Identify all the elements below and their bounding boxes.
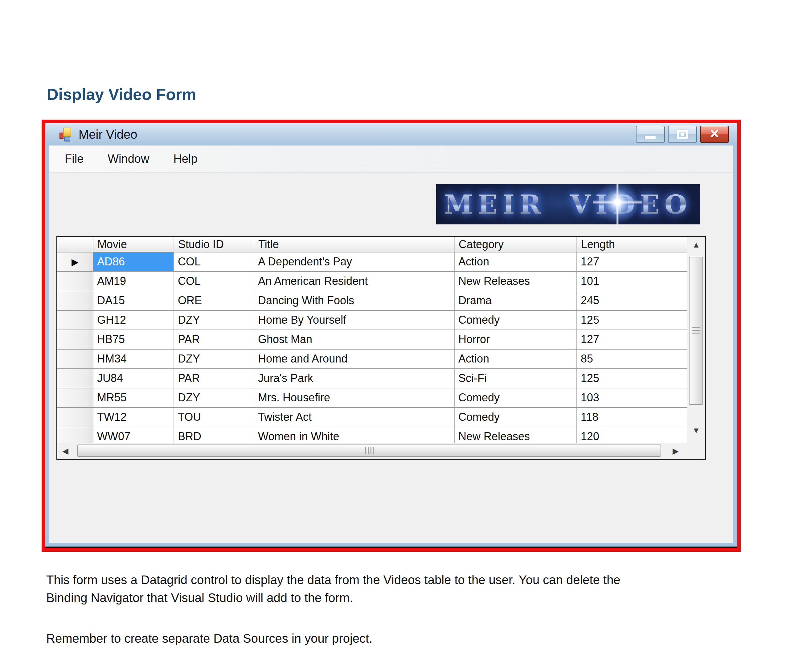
cell-category[interactable]: Comedy [455,408,577,426]
window-controls: ✕ [636,126,729,143]
maximize-button[interactable] [668,126,697,143]
cell-category[interactable]: Horror [455,330,577,349]
column-header-length[interactable]: Length [577,237,687,252]
cell-length[interactable]: 125 [577,369,687,388]
table-row: MR55DZYMrs. HousefireComedy103 [57,389,687,408]
cell-studio-id[interactable]: COL [174,252,254,271]
row-selector[interactable] [57,369,93,388]
cell-studio-id[interactable]: DZY [174,389,254,407]
row-selector[interactable]: ▶ [57,252,93,271]
cell-studio-id[interactable]: BRD [174,427,254,443]
vertical-scrollbar[interactable]: ▲ ▼ [687,237,705,443]
cell-category[interactable]: Action [455,252,577,271]
cell-title[interactable]: Home and Around [254,349,455,368]
cell-movie[interactable]: DA15 [93,291,174,310]
window-title: Meir Video [79,127,137,142]
vertical-scrollbar-thumb[interactable] [689,257,703,405]
table-row: WW07BRDWomen in WhiteNew Releases120 [57,427,687,443]
scroll-left-icon[interactable]: ◀ [62,446,68,456]
cell-category[interactable]: Comedy [455,389,577,407]
column-header-movie[interactable]: Movie [93,237,174,252]
cell-category[interactable]: Drama [455,291,577,310]
row-selector[interactable] [57,272,93,291]
cell-movie[interactable]: AD86 [93,252,174,271]
lens-flare-icon [593,184,642,224]
row-selector[interactable] [57,291,93,310]
row-selector[interactable] [57,408,93,426]
scroll-up-icon[interactable]: ▲ [692,240,700,250]
cell-title[interactable]: Home By Yourself [254,311,455,329]
scroll-right-icon[interactable]: ▶ [673,446,679,456]
cell-movie[interactable]: HB75 [93,330,174,349]
table-row: AM19COLAn American ResidentNew Releases1… [57,272,687,291]
cell-movie[interactable]: GH12 [93,311,174,329]
cell-studio-id[interactable]: DZY [174,311,254,329]
table-row: JU84PARJura's ParkSci-Fi125 [57,369,687,389]
cell-movie[interactable]: TW12 [93,408,174,426]
column-header-title[interactable]: Title [254,237,455,252]
cell-movie[interactable]: HM34 [93,349,174,368]
cell-length[interactable]: 245 [577,291,687,310]
cell-title[interactable]: A Dependent's Pay [254,252,455,271]
row-selector[interactable] [57,349,93,368]
cell-movie[interactable]: WW07 [93,427,174,443]
row-selector[interactable] [57,311,93,329]
scroll-down-icon[interactable]: ▼ [692,426,700,435]
cell-studio-id[interactable]: PAR [174,369,254,388]
table-row: ▶AD86COLA Dependent's PayAction127 [57,252,687,272]
grid-header-row: Movie Studio ID Title Category Length [57,237,687,252]
cell-studio-id[interactable]: ORE [174,291,254,310]
row-selector[interactable] [57,389,93,407]
row-header-corner[interactable] [57,237,93,252]
cell-title[interactable]: Twister Act [254,408,455,426]
cell-length[interactable]: 127 [577,252,687,271]
table-row: DA15OREDancing With FoolsDrama245 [57,291,687,311]
table-row: HM34DZYHome and AroundAction85 [57,349,687,369]
menu-help[interactable]: Help [173,152,197,165]
cell-movie[interactable]: JU84 [93,369,174,388]
cell-category[interactable]: Sci-Fi [455,369,577,388]
cell-length[interactable]: 118 [577,408,687,426]
cell-movie[interactable]: AM19 [93,272,174,291]
row-selector[interactable] [57,330,93,349]
horizontal-scrollbar-thumb[interactable] [77,444,661,457]
cell-studio-id[interactable]: COL [174,272,254,291]
cell-movie[interactable]: MR55 [93,389,174,407]
cell-title[interactable]: Women in White [254,427,455,443]
cell-title[interactable]: Mrs. Housefire [254,389,455,407]
current-row-pointer-icon: ▶ [72,256,79,267]
menu-window[interactable]: Window [108,152,149,165]
cell-studio-id[interactable]: PAR [174,330,254,349]
cell-studio-id[interactable]: DZY [174,349,254,368]
cell-length[interactable]: 101 [577,272,687,291]
cell-title[interactable]: Jura's Park [254,369,455,388]
column-header-category[interactable]: Category [455,237,577,252]
cell-length[interactable]: 127 [577,330,687,349]
body-paragraph-1: This form uses a Datagrid control to dis… [46,571,743,607]
horizontal-scrollbar[interactable]: ◀ ▶ [57,443,687,459]
cell-title[interactable]: Dancing With Fools [254,291,455,310]
cell-title[interactable]: An American Resident [254,272,455,291]
cell-length[interactable]: 125 [577,311,687,329]
cell-studio-id[interactable]: TOU [174,408,254,426]
column-header-studio-id[interactable]: Studio ID [174,237,254,252]
row-selector[interactable] [57,427,93,443]
minimize-icon [645,135,656,139]
cell-title[interactable]: Ghost Man [254,330,455,349]
minimize-button[interactable] [636,126,665,143]
cell-category[interactable]: New Releases [455,427,577,443]
cell-category[interactable]: Comedy [455,311,577,329]
cell-category[interactable]: New Releases [455,272,577,291]
cell-length[interactable]: 103 [577,389,687,407]
cell-category[interactable]: Action [455,349,577,368]
cell-length[interactable]: 85 [577,349,687,368]
videos-datagrid: Movie Studio ID Title Category Length ▶A… [57,236,706,460]
maximize-icon [677,130,688,139]
menu-bar: File Window Help [49,145,733,173]
menu-file[interactable]: File [65,152,83,165]
close-icon: ✕ [709,127,720,141]
cell-length[interactable]: 120 [577,427,687,443]
app-icon-blue-shape [64,137,70,142]
meir-video-window: Meir Video ✕ File Window Help [45,123,737,548]
close-button[interactable]: ✕ [700,126,729,143]
